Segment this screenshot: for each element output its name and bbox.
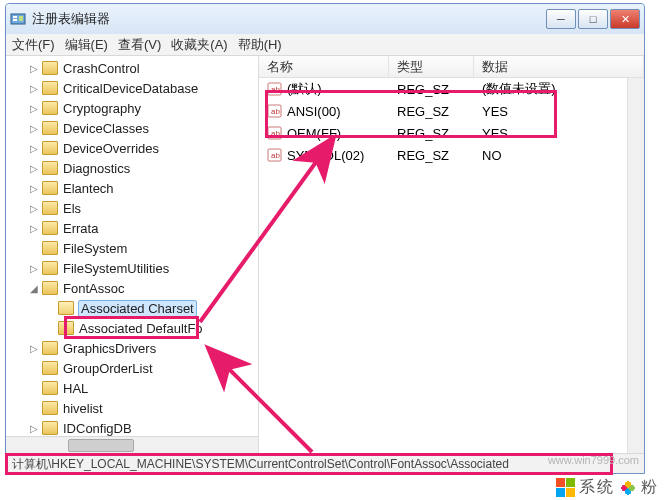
- expander-icon[interactable]: ▷: [28, 103, 40, 114]
- expander-icon[interactable]: ▷: [28, 203, 40, 214]
- tree-item-label: Els: [62, 201, 82, 216]
- tree-item[interactable]: ▷CriticalDeviceDatabase: [6, 78, 258, 98]
- menu-bar: 文件(F) 编辑(E) 查看(V) 收藏夹(A) 帮助(H): [6, 34, 644, 56]
- maximize-button[interactable]: □: [578, 9, 608, 29]
- tree-item[interactable]: HAL: [6, 378, 258, 398]
- window-controls: ─ □ ✕: [546, 9, 640, 29]
- tree-item[interactable]: ▷Cryptography: [6, 98, 258, 118]
- tree-item[interactable]: ▷Errata: [6, 218, 258, 238]
- tree-item[interactable]: ▷CrashControl: [6, 58, 258, 78]
- tree-item-label: Associated Charset: [78, 300, 197, 317]
- folder-icon: [42, 201, 58, 215]
- column-data[interactable]: 数据: [474, 56, 644, 77]
- expander-icon[interactable]: ▷: [28, 423, 40, 434]
- tree-item-label: FileSystemUtilities: [62, 261, 170, 276]
- cell-name: abOEM(FF): [259, 125, 389, 141]
- folder-icon: [42, 81, 58, 95]
- folder-icon: [42, 161, 58, 175]
- expander-icon[interactable]: ◢: [28, 283, 40, 294]
- expander-icon[interactable]: ▷: [28, 223, 40, 234]
- tree-item[interactable]: Associated DefaultFo: [6, 318, 258, 338]
- footer-brand: 系统 粉: [556, 477, 659, 498]
- list-header: 名称 类型 数据: [259, 56, 644, 78]
- registry-editor-window: 注册表编辑器 ─ □ ✕ 文件(F) 编辑(E) 查看(V) 收藏夹(A) 帮助…: [5, 3, 645, 474]
- expander-icon[interactable]: ▷: [28, 263, 40, 274]
- tree-item-label: CrashControl: [62, 61, 141, 76]
- tree-item-label: HAL: [62, 381, 89, 396]
- list-vertical-scrollbar[interactable]: [627, 78, 644, 453]
- tree-item[interactable]: ▷DeviceClasses: [6, 118, 258, 138]
- expander-icon[interactable]: ▷: [28, 63, 40, 74]
- flower-icon: [619, 479, 637, 497]
- tree-item[interactable]: ▷IDConfigDB: [6, 418, 258, 438]
- folder-icon: [42, 341, 58, 355]
- folder-icon: [42, 221, 58, 235]
- values-pane[interactable]: 名称 类型 数据 ab(默认)REG_SZ(数值未设置)abANSI(00)RE…: [259, 56, 644, 453]
- close-button[interactable]: ✕: [610, 9, 640, 29]
- tree-item[interactable]: FileSystem: [6, 238, 258, 258]
- tree-item[interactable]: ▷GraphicsDrivers: [6, 338, 258, 358]
- menu-help[interactable]: 帮助(H): [238, 36, 282, 54]
- status-path: 计算机\HKEY_LOCAL_MACHINE\SYSTEM\CurrentCon…: [12, 457, 509, 471]
- cell-data: YES: [474, 104, 644, 119]
- microsoft-logo-icon: [556, 478, 575, 497]
- expander-icon[interactable]: ▷: [28, 343, 40, 354]
- menu-view[interactable]: 查看(V): [118, 36, 161, 54]
- cell-data: (数值未设置): [474, 80, 644, 98]
- column-name[interactable]: 名称: [259, 56, 389, 77]
- window-title: 注册表编辑器: [32, 10, 546, 28]
- menu-file[interactable]: 文件(F): [12, 36, 55, 54]
- cell-data: NO: [474, 148, 644, 163]
- tree-item-label: DeviceOverrides: [62, 141, 160, 156]
- cell-name: abANSI(00): [259, 103, 389, 119]
- tree-pane[interactable]: ▷CrashControl▷CriticalDeviceDatabase▷Cry…: [6, 56, 259, 453]
- folder-icon: [42, 101, 58, 115]
- column-type[interactable]: 类型: [389, 56, 474, 77]
- expander-icon[interactable]: ▷: [28, 83, 40, 94]
- tree-item[interactable]: GroupOrderList: [6, 358, 258, 378]
- tree-item-label: Diagnostics: [62, 161, 131, 176]
- tree-item[interactable]: ▷Elantech: [6, 178, 258, 198]
- expander-icon[interactable]: ▷: [28, 123, 40, 134]
- tree-item-label: GraphicsDrivers: [62, 341, 157, 356]
- footer-text-1: 系统: [579, 477, 615, 498]
- title-bar[interactable]: 注册表编辑器 ─ □ ✕: [6, 4, 644, 34]
- menu-favorites[interactable]: 收藏夹(A): [171, 36, 227, 54]
- folder-icon: [42, 281, 58, 295]
- list-item[interactable]: abANSI(00)REG_SZYES: [259, 100, 644, 122]
- cell-type: REG_SZ: [389, 148, 474, 163]
- tree-item-label: FontAssoc: [62, 281, 125, 296]
- list-item[interactable]: ab(默认)REG_SZ(数值未设置): [259, 78, 644, 100]
- svg-rect-1: [13, 16, 17, 18]
- minimize-button[interactable]: ─: [546, 9, 576, 29]
- folder-icon: [42, 401, 58, 415]
- tree-item-label: IDConfigDB: [62, 421, 133, 436]
- list-item[interactable]: abOEM(FF)REG_SZYES: [259, 122, 644, 144]
- expander-icon[interactable]: ▷: [28, 183, 40, 194]
- tree-item[interactable]: ▷FileSystemUtilities: [6, 258, 258, 278]
- tree-item[interactable]: Associated Charset: [6, 298, 258, 318]
- menu-edit[interactable]: 编辑(E): [65, 36, 108, 54]
- folder-icon: [42, 381, 58, 395]
- expander-icon[interactable]: ▷: [28, 163, 40, 174]
- tree-item[interactable]: ▷Diagnostics: [6, 158, 258, 178]
- svg-text:ab: ab: [271, 151, 280, 160]
- tree-horizontal-scrollbar[interactable]: [6, 436, 258, 453]
- string-value-icon: ab: [267, 103, 283, 119]
- tree-item[interactable]: hivelist: [6, 398, 258, 418]
- svg-text:ab: ab: [271, 107, 280, 116]
- folder-icon: [58, 301, 74, 315]
- tree-item[interactable]: ▷Els: [6, 198, 258, 218]
- folder-icon: [42, 141, 58, 155]
- list-item[interactable]: abSYMBOL(02)REG_SZNO: [259, 144, 644, 166]
- tree-item[interactable]: ◢FontAssoc: [6, 278, 258, 298]
- string-value-icon: ab: [267, 81, 283, 97]
- cell-data: YES: [474, 126, 644, 141]
- tree-item-label: FileSystem: [62, 241, 128, 256]
- folder-icon: [58, 321, 74, 335]
- expander-icon[interactable]: ▷: [28, 143, 40, 154]
- app-icon: [10, 11, 26, 27]
- tree-item[interactable]: ▷DeviceOverrides: [6, 138, 258, 158]
- scrollbar-thumb[interactable]: [68, 439, 134, 452]
- tree-item-label: GroupOrderList: [62, 361, 154, 376]
